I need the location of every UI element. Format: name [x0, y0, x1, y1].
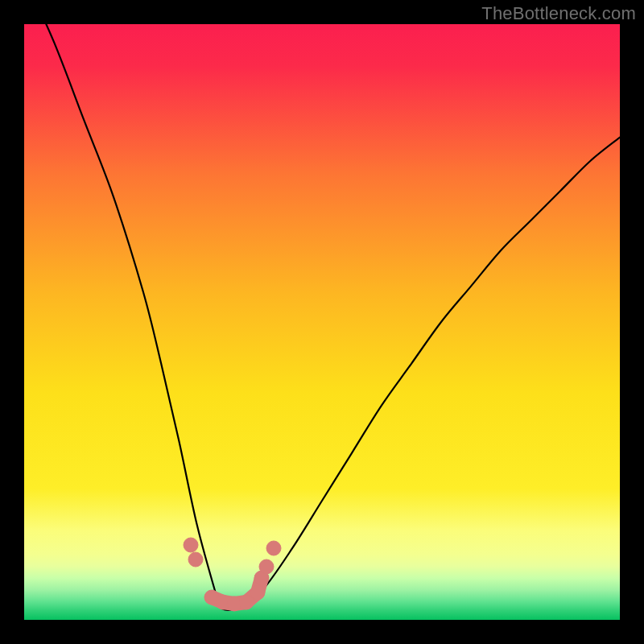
highlight-dot	[184, 538, 198, 552]
highlight-dot	[250, 585, 265, 600]
curve-layer	[24, 24, 620, 620]
plot-area	[24, 24, 620, 620]
highlight-dot	[259, 559, 274, 574]
chart-stage: TheBottleneck.com	[0, 0, 644, 644]
highlight-dots-group	[184, 538, 281, 611]
highlight-dot	[266, 541, 281, 555]
highlight-dot	[239, 595, 254, 609]
highlight-dot	[188, 552, 203, 567]
watermark-text: TheBottleneck.com	[481, 3, 636, 24]
bottleneck-curve	[24, 24, 620, 610]
